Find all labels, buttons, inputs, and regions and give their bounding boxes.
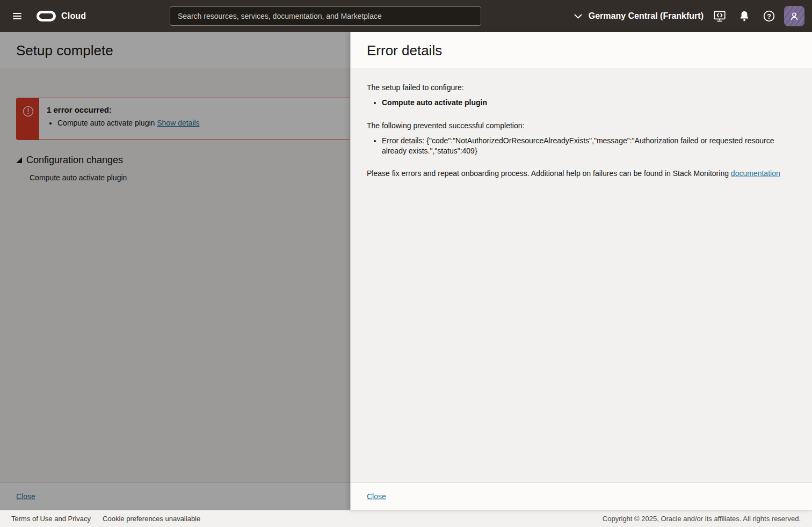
topbar: Cloud Germany Central (Frankfurt) [0, 0, 812, 32]
failed-plugin-item: Compute auto activate plugin [382, 98, 790, 108]
error-details-header: Error details [351, 32, 812, 69]
error-details-panel: Error details The setup failed to config… [350, 32, 812, 510]
bell-icon [738, 10, 751, 23]
region-selector[interactable]: Germany Central (Frankfurt) [572, 8, 706, 24]
chevron-down-icon [574, 14, 582, 19]
topbar-right: Germany Central (Frankfurt) ? [572, 5, 804, 27]
global-search [170, 6, 481, 26]
region-label: Germany Central (Frankfurt) [589, 11, 704, 21]
error-details-item: Error details: {"code":"NotAuthorizedOrR… [382, 136, 790, 156]
question-circle-icon: ? [762, 9, 776, 23]
workspace: Setup complete 1 error occurred: Compute… [0, 32, 812, 510]
copyright-text: Copyright © 2025, Oracle and/or its affi… [603, 515, 801, 523]
terms-of-use-link[interactable]: Terms of Use and Privacy [11, 515, 91, 523]
error-details-body: The setup failed to configure: Compute a… [351, 69, 812, 482]
oracle-logo-icon [37, 11, 56, 21]
error-details-footer: Close [351, 482, 812, 510]
error-details-title: Error details [367, 42, 442, 59]
documentation-link[interactable]: documentation [731, 169, 780, 178]
prevented-completion-text: The following prevented successful compl… [367, 121, 796, 131]
page-footer: Terms of Use and Privacy Cookie preferen… [0, 510, 812, 527]
cloud-shell-button[interactable] [709, 5, 730, 27]
close-link-right[interactable]: Close [367, 492, 386, 501]
svg-text:?: ? [767, 13, 771, 20]
user-menu-button[interactable] [784, 6, 804, 26]
brand[interactable]: Cloud [37, 11, 86, 21]
search-input[interactable] [170, 6, 481, 26]
person-icon [788, 10, 801, 23]
brand-label: Cloud [61, 11, 86, 21]
display-code-icon [713, 9, 727, 23]
fix-errors-text: Please fix errors and repeat onboarding … [367, 169, 796, 179]
failed-to-configure-text: The setup failed to configure: [367, 83, 796, 93]
help-button[interactable]: ? [758, 5, 780, 27]
hamburger-menu-icon[interactable] [11, 10, 24, 23]
cookie-preferences-text: Cookie preferences unavailable [103, 515, 200, 523]
notifications-button[interactable] [734, 5, 755, 27]
